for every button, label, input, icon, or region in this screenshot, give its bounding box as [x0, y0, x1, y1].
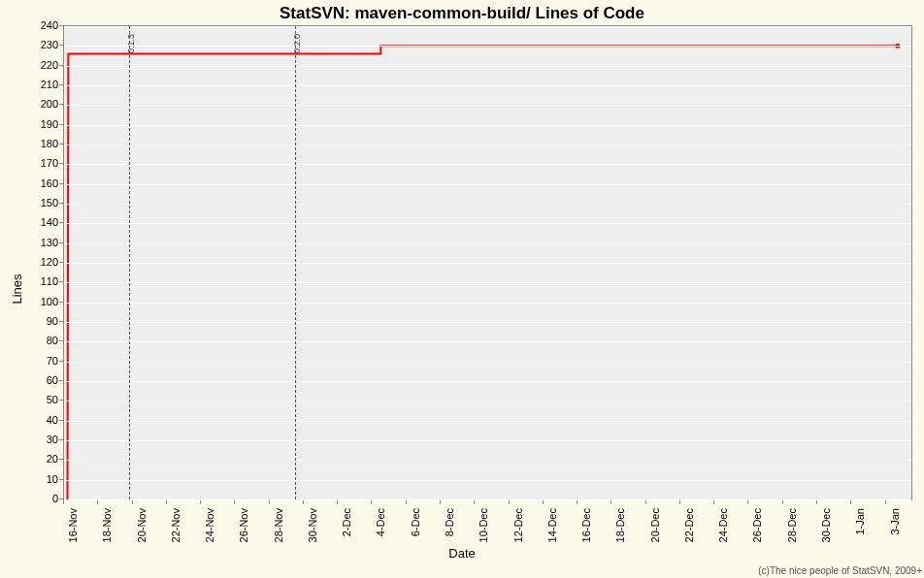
y-tick-mark: [59, 144, 63, 144]
x-tick-mark: [269, 500, 270, 504]
x-tick-label: 22-Dec: [683, 508, 695, 542]
y-tick-mark: [59, 262, 63, 263]
y-tick-mark: [59, 498, 63, 499]
gridline: [64, 66, 911, 67]
gridline: [64, 401, 911, 401]
x-tick-mark: [679, 500, 680, 504]
y-tick-mark: [59, 439, 63, 440]
x-tick-mark: [577, 500, 578, 504]
x-tick-mark: [371, 500, 372, 504]
gridline: [64, 26, 911, 27]
loc-line: [68, 46, 898, 499]
x-tick-label: 2-Dec: [341, 508, 352, 536]
y-tick-label: 50: [19, 394, 58, 405]
x-tick-mark: [543, 500, 544, 504]
x-tick-label: 26-Nov: [238, 508, 249, 542]
y-tick-mark: [59, 420, 63, 421]
chart-container: StatSVN: maven-common-build/ Lines of Co…: [0, 0, 924, 578]
y-tick-label: 200: [19, 98, 58, 110]
y-tick-label: 80: [19, 335, 58, 346]
y-tick-mark: [59, 361, 63, 362]
y-tick-label: 180: [19, 138, 58, 149]
x-tick-label: 30-Nov: [307, 508, 318, 542]
x-tick-mark: [610, 500, 611, 504]
x-tick-mark: [166, 500, 167, 504]
y-tick-mark: [59, 302, 63, 303]
x-tick-label: 26-Dec: [751, 508, 763, 542]
gridline: [64, 499, 911, 500]
x-tick-label: 18-Nov: [101, 508, 113, 542]
y-tick-mark: [59, 65, 63, 66]
x-tick-label: 28-Dec: [786, 508, 798, 542]
y-tick-mark: [59, 380, 63, 381]
x-tick-mark: [97, 500, 98, 504]
chart-title: StatSVN: maven-common-build/ Lines of Co…: [0, 4, 924, 23]
y-tick-label: 30: [19, 434, 58, 445]
x-tick-label: 8-Dec: [444, 508, 455, 536]
x-tick-mark: [440, 500, 441, 504]
y-tick-label: 120: [19, 256, 58, 268]
x-tick-mark: [747, 500, 748, 504]
copyright-text: (c)The nice people of StatSVN, 2009+: [758, 565, 922, 576]
x-tick-label: 3-Jan: [889, 508, 901, 535]
gridline: [64, 341, 911, 342]
y-tick-label: 110: [19, 275, 58, 287]
y-tick-label: 160: [19, 177, 58, 189]
gridline: [64, 263, 911, 264]
y-tick-label: 210: [19, 79, 58, 90]
x-tick-label: 16-Dec: [580, 508, 592, 542]
y-tick-mark: [59, 104, 63, 105]
x-tick-label: 18-Dec: [614, 508, 626, 542]
gridline: [64, 282, 911, 283]
gridline: [64, 303, 911, 304]
x-tick-mark: [885, 500, 886, 504]
y-tick-mark: [59, 242, 63, 243]
y-tick-label: 130: [19, 237, 58, 248]
y-tick-mark: [59, 203, 63, 204]
gridline: [64, 362, 911, 363]
x-tick-label: 20-Nov: [136, 508, 148, 542]
x-tick-mark: [303, 500, 304, 504]
x-tick-label: 12-Dec: [512, 508, 524, 542]
gridline: [64, 144, 911, 145]
y-tick-mark: [59, 400, 63, 401]
plot-area: 0.1.30.2.0: [63, 25, 912, 500]
y-tick-mark: [59, 183, 63, 184]
y-tick-label: 90: [19, 315, 58, 327]
gridline: [64, 105, 911, 106]
gridline: [64, 421, 911, 422]
x-tick-mark: [645, 500, 646, 504]
y-tick-label: 220: [19, 59, 58, 71]
x-tick-mark: [234, 500, 235, 504]
y-tick-label: 20: [19, 453, 58, 465]
y-tick-mark: [59, 84, 63, 85]
gridline: [64, 460, 911, 461]
gridline: [64, 164, 911, 165]
x-tick-label: 30-Dec: [820, 508, 832, 542]
y-tick-label: 140: [19, 216, 58, 228]
x-tick-mark: [509, 500, 510, 504]
x-tick-mark: [132, 500, 133, 504]
y-tick-label: 60: [19, 374, 58, 386]
x-tick-mark: [63, 500, 64, 504]
x-tick-mark: [474, 500, 475, 504]
gridline: [64, 381, 911, 382]
gridline: [64, 223, 911, 224]
y-tick-label: 150: [19, 197, 58, 209]
y-tick-mark: [59, 124, 63, 125]
y-tick-mark: [59, 45, 63, 46]
y-tick-label: 230: [19, 39, 58, 50]
y-tick-mark: [59, 163, 63, 164]
version-marker-label: 0.1.3: [126, 34, 136, 53]
gridline: [64, 204, 911, 205]
x-tick-label: 16-Nov: [67, 508, 79, 542]
x-tick-mark: [782, 500, 783, 504]
x-tick-label: 10-Dec: [478, 508, 489, 542]
x-tick-mark: [850, 500, 851, 504]
x-tick-label: 4-Dec: [375, 508, 386, 536]
gridline: [64, 243, 911, 244]
version-marker: [129, 26, 130, 499]
x-tick-label: 22-Nov: [170, 508, 182, 542]
x-tick-label: 20-Dec: [649, 508, 661, 542]
y-tick-mark: [59, 459, 63, 460]
